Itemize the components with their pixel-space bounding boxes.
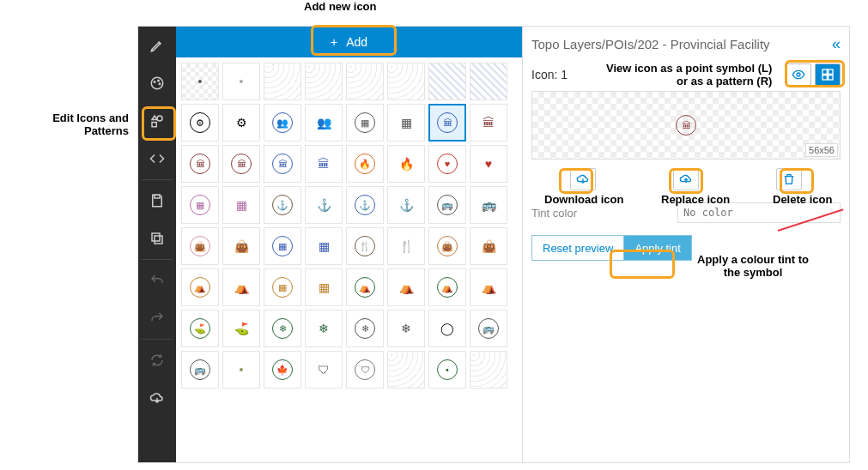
icon-cell[interactable]: 👜	[181, 227, 219, 265]
icon-cell[interactable]: ⚓	[387, 186, 425, 224]
icon-cell[interactable]: •	[222, 351, 260, 389]
icon-cell[interactable]: 🚌	[470, 186, 507, 224]
icon-cell[interactable]: 🔥	[387, 145, 425, 183]
icon-cell[interactable]	[387, 351, 425, 389]
icon-cell[interactable]: •	[428, 351, 466, 389]
icon-cell[interactable]: 🏛	[428, 104, 466, 142]
reset-preview-button[interactable]: Reset preview	[531, 235, 624, 261]
grid-icon: ⚓	[317, 198, 331, 212]
icon-cell[interactable]: 🏛	[264, 145, 301, 183]
svg-rect-11	[829, 69, 833, 74]
sidebar-tool-pen[interactable]	[138, 27, 176, 64]
icon-cell[interactable]: 👜	[428, 227, 466, 265]
icon-cell[interactable]: ▦	[387, 104, 425, 142]
icon-cell[interactable]: 👥	[305, 104, 343, 142]
grid-icon: ⚙	[190, 112, 210, 133]
icon-cell[interactable]: ▦	[346, 104, 384, 142]
icon-cell[interactable]: ⚙	[222, 104, 260, 142]
icon-cell[interactable]: ▦	[264, 227, 301, 265]
icon-cell[interactable]: ⛺	[181, 268, 219, 306]
icon-cell[interactable]: 🔥	[346, 145, 384, 183]
icon-cell[interactable]: ⛺	[222, 268, 260, 306]
icon-cell[interactable]	[470, 63, 507, 100]
add-button[interactable]: + Add	[176, 27, 522, 57]
sidebar-separator-3	[142, 339, 173, 340]
sidebar-tool-undo[interactable]	[138, 262, 176, 299]
icon-cell[interactable]: 🏛	[470, 104, 507, 142]
icon-cell[interactable]: 🍴	[346, 227, 384, 265]
icon-cell[interactable]: ⚓	[305, 186, 343, 224]
icon-cell[interactable]: 🍴	[387, 227, 425, 265]
icon-cell[interactable]: ⛳	[222, 310, 260, 347]
sidebar-tool-save[interactable]	[138, 182, 176, 220]
sidebar-tool-code[interactable]	[138, 140, 176, 178]
svg-rect-4	[152, 123, 156, 127]
grid-icon: 🍴	[355, 236, 375, 256]
icon-cell[interactable]: 🍁	[264, 351, 301, 389]
sidebar-tool-redo[interactable]	[138, 299, 176, 337]
preview-building-icon: 🏛	[676, 115, 696, 136]
download-icon-button[interactable]	[570, 168, 596, 190]
icon-cell[interactable]: ▦	[264, 268, 301, 306]
icon-cell[interactable]: ◯	[428, 310, 466, 347]
icon-cell[interactable]	[470, 351, 507, 389]
icon-cell[interactable]: ❄	[305, 310, 343, 347]
icon-cell[interactable]: ⛳	[181, 310, 219, 347]
icon-cell[interactable]: ⛺	[470, 268, 507, 306]
grid-icon: •	[198, 75, 203, 88]
icon-cell[interactable]: ▦	[181, 186, 219, 224]
icon-cell[interactable]: ⛺	[428, 268, 466, 306]
sidebar-tool-cloud[interactable]	[138, 379, 176, 417]
icon-cell[interactable]: 🛡	[305, 351, 343, 389]
icon-cell[interactable]: ❄	[387, 310, 425, 347]
icon-cell[interactable]: 🚌	[470, 310, 507, 347]
icon-cell[interactable]: •	[181, 63, 219, 100]
trash-icon	[782, 172, 796, 186]
sidebar-tool-icons-patterns[interactable]	[138, 102, 176, 140]
icon-cell[interactable]	[305, 63, 343, 100]
sidebar-separator-2	[142, 259, 173, 260]
icon-cell[interactable]	[387, 63, 425, 100]
icon-cell[interactable]: ⛺	[346, 268, 384, 306]
view-as-point-button[interactable]	[786, 63, 811, 86]
icon-cell[interactable]: ♥	[470, 145, 507, 183]
icon-cell[interactable]: ❄	[346, 310, 384, 347]
icon-cell[interactable]: ⚓	[346, 186, 384, 224]
collapse-panel-button[interactable]: «	[832, 35, 841, 53]
icon-cell[interactable]: ▦	[222, 186, 260, 224]
view-as-pattern-button[interactable]	[815, 63, 841, 86]
eye-icon	[792, 68, 805, 81]
icon-cell[interactable]: 🚌	[181, 351, 219, 389]
sidebar-tool-palette[interactable]	[138, 64, 176, 102]
sidebar-tool-refresh[interactable]	[138, 341, 176, 379]
icon-cell[interactable]	[428, 63, 466, 100]
icon-cell[interactable]: 👥	[264, 104, 301, 142]
icon-cell[interactable]: ▦	[305, 227, 343, 265]
icon-cell[interactable]	[264, 63, 301, 100]
icon-cell[interactable]	[346, 63, 384, 100]
grid-icon: ⚓	[272, 195, 293, 215]
apply-tint-button[interactable]: Apply tint	[624, 235, 691, 261]
icon-cell[interactable]: 🚌	[428, 186, 466, 224]
icon-cell[interactable]: •	[222, 63, 260, 100]
icon-cell[interactable]: 👜	[222, 227, 260, 265]
icon-cell[interactable]: 🏛	[305, 145, 343, 183]
icon-cell[interactable]: 🏛	[222, 145, 260, 183]
icon-cell[interactable]: ♥	[428, 145, 466, 183]
grid-icon: ❄	[401, 322, 411, 335]
svg-rect-12	[822, 75, 827, 80]
icon-cell[interactable]: 👜	[470, 227, 507, 265]
delete-icon-button[interactable]	[776, 168, 802, 190]
icon-cell[interactable]: ⛺	[387, 268, 425, 306]
icon-cell[interactable]: ⚓	[264, 186, 301, 224]
grid-icon: ◯	[440, 322, 454, 335]
svg-rect-7	[155, 236, 162, 244]
icon-cell[interactable]: ▦	[305, 268, 343, 306]
icon-cell[interactable]: ❄	[264, 310, 301, 347]
annotation-add-new-icon: Add new icon	[304, 0, 377, 13]
icon-cell[interactable]: 🏛	[181, 145, 219, 183]
icon-cell[interactable]: 🛡	[346, 351, 384, 389]
icon-cell[interactable]: ⚙	[181, 104, 219, 142]
replace-icon-button[interactable]	[673, 168, 699, 190]
sidebar-tool-copy[interactable]	[138, 220, 176, 257]
